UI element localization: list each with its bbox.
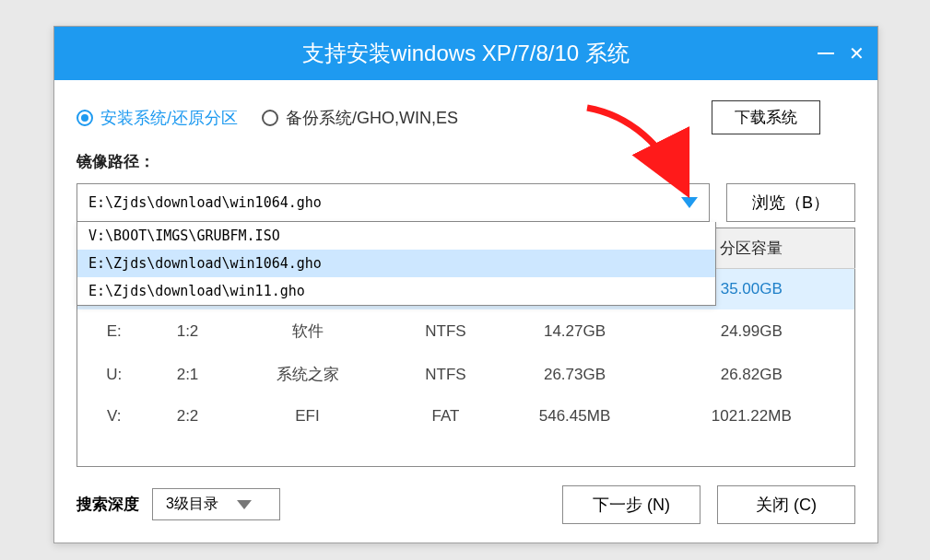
next-button[interactable]: 下一步 (N) [562, 485, 700, 524]
dropdown-item[interactable]: V:\BOOT\IMGS\GRUBFM.ISO [77, 222, 715, 250]
table-row[interactable]: V:2:2EFIFAT546.45MB1021.22MB [77, 396, 855, 437]
table-row[interactable]: U:2:1系统之家NTFS26.73GB26.82GB [77, 353, 855, 396]
search-depth-value: 3级目录 [166, 495, 218, 514]
radio-install-restore[interactable]: 安装系统/还原分区 [77, 107, 238, 129]
search-depth-select[interactable]: 3级目录 [152, 488, 280, 520]
radio-backup-label: 备份系统/GHO,WIN,ES [286, 107, 458, 129]
installer-window: 支持安装windows XP/7/8/10 系统 ✕ 安装系统/还原分区 备份系… [53, 26, 878, 543]
close-button[interactable]: 关闭 (C) [717, 485, 855, 524]
dropdown-item[interactable]: E:\Zjds\download\win11.gho [77, 277, 715, 305]
chevron-down-icon[interactable] [681, 197, 698, 208]
close-icon[interactable]: ✕ [849, 42, 865, 64]
titlebar: 支持安装windows XP/7/8/10 系统 ✕ [54, 27, 877, 80]
download-system-button[interactable]: 下载系统 [712, 100, 820, 134]
image-path-value: E:\Zjds\download\win1064.gho [88, 194, 322, 211]
dropdown-item[interactable]: E:\Zjds\download\win1064.gho [77, 250, 715, 277]
image-path-combobox[interactable]: E:\Zjds\download\win1064.gho [77, 183, 710, 222]
search-depth-label: 搜索深度 [77, 494, 139, 515]
radio-backup[interactable]: 备份系统/GHO,WIN,ES [262, 107, 458, 129]
window-title: 支持安装windows XP/7/8/10 系统 [302, 39, 630, 68]
chevron-down-icon [237, 500, 252, 509]
minimize-icon[interactable] [818, 52, 834, 54]
radio-install-label: 安装系统/还原分区 [100, 107, 238, 129]
image-path-dropdown: V:\BOOT\IMGS\GRUBFM.ISO E:\Zjds\download… [77, 222, 716, 306]
table-row[interactable]: E:1:2软件NTFS14.27GB24.99GB [77, 309, 855, 353]
image-path-label: 镜像路径： [77, 151, 855, 172]
browse-button[interactable]: 浏览（B） [726, 183, 855, 222]
